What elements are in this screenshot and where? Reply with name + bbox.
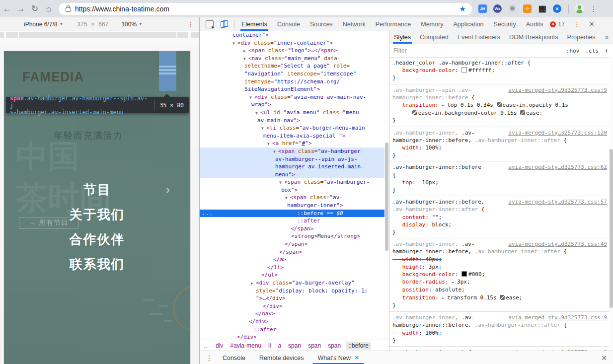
styles-tab-event-listeners[interactable]: Event Listeners [453,31,505,44]
hov-button[interactable]: :hov [566,48,580,54]
dom-node[interactable]: </span> [200,240,384,248]
dom-node[interactable]: menu"> [200,171,384,179]
stylesheet-link[interactable]: avia-merged-sty…d325773.css:62 [508,163,607,171]
dom-node[interactable]: ▶<span class="logo">…</span> [200,47,384,55]
stylesheet-link[interactable]: avia-merged-sty…9d325773.css:9 [508,314,607,321]
dom-node[interactable]: </div> [200,302,384,310]
css-rule[interactable]: .av-hamburger-inner::before{avia-merged-… [389,347,609,351]
device-mode-icon[interactable] [221,20,228,28]
dom-node[interactable]: hamburger-inner"> [200,202,384,210]
dom-node[interactable]: </div> [200,318,384,326]
dom-node[interactable]: ▼<nav class="main_menu" data- [200,55,384,63]
dom-node[interactable]: av-hamburger--spin av-js- [200,155,384,163]
expand-arrow-icon[interactable]: ▶ [243,47,248,55]
bookmark-star-icon[interactable]: ★ [460,4,466,13]
inspect-element-icon[interactable] [206,20,214,28]
styles-scrollbar-thumb[interactable] [610,149,613,308]
dom-node[interactable]: <strong>Menu</strong> [200,232,384,240]
forward-icon[interactable]: → [14,4,28,14]
home-icon[interactable]: ⌂ [42,4,56,14]
devtools-tab-performance[interactable]: Performance [371,18,416,31]
expand-arrow-icon[interactable]: ▼ [249,94,254,102]
expand-arrow-icon[interactable]: ▼ [279,179,284,187]
dom-node-selected[interactable]: ...::before == $0 [200,210,384,218]
submenu-chevron-icon[interactable]: › [166,183,170,197]
extension-qr-icon[interactable]: ▦ [538,4,546,13]
dom-node[interactable]: ▼<span class="av-hamburger [200,147,384,155]
devtools-tab-security[interactable]: Security [489,18,521,31]
cubic-bezier-icon[interactable] [500,295,505,300]
page-menu-item[interactable]: 关于我们 [4,206,190,223]
expand-arrow-icon[interactable]: ▼ [267,140,272,148]
expand-arrow-icon[interactable]: ▶ [251,280,256,288]
dom-node[interactable]: ▼<ul id="avia-menu" class="menu [200,109,384,117]
dom-node[interactable]: </nav> [200,310,384,318]
devtools-menu-icon[interactable]: ⋮ [569,20,585,28]
page-menu-item[interactable]: 联系我们 [4,256,190,273]
cubic-bezier-icon[interactable] [497,102,502,107]
expand-arrow-icon[interactable]: ▼ [273,148,278,156]
css-rule[interactable]: .av-hamburger-inner::before{avia-merged-… [389,161,609,196]
breadcrumb-item[interactable]: span [288,342,301,349]
dom-node[interactable]: "navigation" itemscope="itemscope" [200,70,384,78]
site-logo[interactable]: FAMEDIA [22,69,84,85]
css-rule[interactable]: .av-hamburger-inner::before,.av-hamburge… [389,196,609,238]
drawer-tab-what-s-new[interactable]: What's New✕ [311,352,367,364]
breadcrumb-item[interactable]: a [278,342,281,349]
viewport-width[interactable]: 375 [77,21,87,28]
dom-node[interactable]: container"> [200,31,384,39]
dom-node[interactable]: style="display: block; opacity: 1; [200,287,384,295]
extension-jh-icon[interactable]: JH [478,4,487,13]
profile-avatar[interactable] [575,4,584,13]
expand-arrow-icon[interactable]: ▼ [285,194,290,202]
extension-react-icon[interactable]: ⚛ [508,4,517,13]
address-bar[interactable]: https://www.china-teatime.com ★ [59,3,472,15]
dom-node[interactable]: ▼<span class="av-hamburger- [200,178,384,186]
dom-node[interactable]: hamburger av-inserted-main- [200,163,384,171]
styles-tab-styles[interactable]: Styles [389,31,415,44]
stylesheet-link[interactable]: avia-merged-sty…d325773.css:49 [508,240,607,248]
elements-scrollbar-thumb[interactable] [385,143,388,251]
extension-dice-icon[interactable]: ⁘ [523,4,532,13]
tab-close-icon[interactable]: ✕ [355,355,359,361]
cls-button[interactable]: .cls [585,48,599,54]
dom-node[interactable]: </span> [200,225,384,233]
breadcrumb-item[interactable]: span [308,342,321,349]
dom-node[interactable]: </li> [200,264,384,272]
filter-input[interactable]: Filter [393,47,566,54]
dom-node[interactable]: ▼<a href="#"> [200,140,384,147]
back-icon[interactable]: ← [0,4,14,14]
devtools-tab-audits[interactable]: Audits [521,18,548,31]
node-overflow-dots[interactable]: ... [202,210,213,218]
devtools-tab-sources[interactable]: Sources [305,18,338,31]
stylesheet-link[interactable]: avia-merged-sty…d325773.css:57 [508,198,607,206]
expand-arrow-icon[interactable]: ▼ [243,55,248,63]
css-rule[interactable]: .av-hamburger--spin .av-hamburger-inner:… [389,84,609,127]
breadcrumb-item[interactable]: span [328,342,341,349]
styles-tab-properties[interactable]: Properties [563,31,600,44]
styles-scrollbar[interactable] [609,57,613,351]
stylesheet-link[interactable]: avia-merged-sty…325773.css:120 [508,129,607,137]
css-rule[interactable]: .av-hamburger-inner, .av-hamburger-inner… [389,312,609,347]
dom-node[interactable]: ::after [200,217,384,225]
page-menu-item[interactable]: 节目 [4,181,190,199]
expand-arrow-icon[interactable]: ▼ [232,40,237,48]
devtools-tab-elements[interactable]: Elements [236,18,272,31]
drawer-menu-icon[interactable]: ⋮ [206,354,213,362]
more-tabs-icon[interactable]: » [600,34,613,41]
devtools-tab-network[interactable]: Network [338,18,371,31]
dom-node[interactable]: ▶<div class="av-burger-overlay" [200,279,384,287]
viewport-height[interactable]: 667 [98,21,108,28]
device-select[interactable]: iPhone 6/7/8 [24,21,57,28]
device-toolbar-menu-icon[interactable]: ⋮ [187,20,194,28]
breadcrumb-item[interactable]: #avia-menu [230,342,261,349]
dom-node[interactable]: </a> [200,256,384,264]
extension-blue-icon[interactable]: ✕ [553,4,561,13]
breadcrumb-item[interactable]: li [268,342,271,349]
dom-node[interactable]: ▼<div class="avia-menu av-main-nav- [200,93,384,101]
zoom-select[interactable]: 100% [121,21,137,28]
drawer-tab-remote-devices[interactable]: Remote devices [252,352,311,364]
styles-tab-dom-breakpoints[interactable]: DOM Breakpoints [505,31,563,44]
url-text[interactable]: https://www.china-teatime.com [75,5,460,13]
color-swatch-black[interactable] [461,271,467,277]
